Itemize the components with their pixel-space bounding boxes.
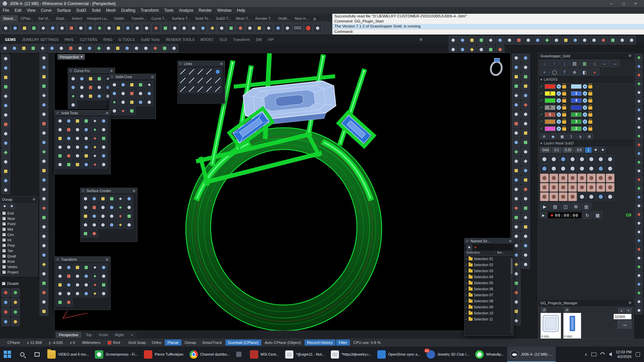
lock-icon[interactable] <box>562 99 566 103</box>
osnap-option[interactable]: Knot <box>0 259 37 264</box>
wifi-icon[interactable] <box>599 351 605 357</box>
tool-icon[interactable] <box>635 237 643 245</box>
project-number-input[interactable] <box>613 314 632 319</box>
osnap-option[interactable]: Tan <box>0 248 37 253</box>
tool-icon[interactable] <box>635 263 643 271</box>
tool-icon[interactable] <box>606 155 614 164</box>
menu-item[interactable]: Window <box>215 8 234 13</box>
eye-icon[interactable] <box>556 84 561 89</box>
tool-icon[interactable] <box>40 223 48 231</box>
cplane-button[interactable]: CPlane <box>4 341 24 345</box>
gem-thumbnail-1[interactable]: ↺ F-001 <box>540 313 561 339</box>
gem-thumbnail-2[interactable]: ↺ F-002 <box>563 313 581 339</box>
tool-icon[interactable] <box>73 281 82 289</box>
plugin-tab[interactable]: JEWELRY SETTINGS <box>19 38 61 42</box>
transform-palette[interactable]: Transform ⚙ <box>55 256 111 310</box>
tool-icon[interactable] <box>128 107 136 115</box>
visibility-icon[interactable]: 1 <box>567 133 575 139</box>
tool-icon[interactable] <box>132 44 141 53</box>
layer-color-swatch[interactable]: 2 <box>571 126 582 131</box>
taskbar-app[interactable]: OpenDrive sync a... <box>374 347 424 362</box>
layers-mask-header[interactable]: ▾ Layers Mask SubD <box>538 140 634 146</box>
tool-icon[interactable] <box>521 147 530 156</box>
tool-icon[interactable] <box>521 166 530 175</box>
gh-toolbar-icon[interactable]: ⊕ <box>570 68 579 76</box>
tool-icon[interactable] <box>40 185 48 194</box>
tool-icon[interactable] <box>40 279 48 288</box>
tool-icon[interactable] <box>116 203 124 212</box>
tool-icon[interactable] <box>40 298 48 306</box>
toolbar-tab[interactable]: Solid To... <box>193 15 214 21</box>
tool-icon[interactable] <box>521 138 530 147</box>
tool-icon[interactable] <box>236 24 245 33</box>
tool-icon[interactable] <box>82 195 90 203</box>
layer-color-swatch[interactable] <box>545 84 555 89</box>
tool-icon[interactable] <box>606 164 614 173</box>
check-icon[interactable] <box>540 98 544 103</box>
tool-icon[interactable] <box>123 24 132 33</box>
eye-icon[interactable] <box>556 126 561 131</box>
toolbar-tab[interactable]: Transfo... <box>129 15 149 21</box>
tool-icon[interactable] <box>512 54 521 62</box>
tool-icon[interactable] <box>56 161 64 169</box>
layer-color-swatch[interactable]: 1 <box>545 112 555 117</box>
tool-icon[interactable] <box>635 132 643 140</box>
tool-icon[interactable] <box>635 167 643 175</box>
eye-icon[interactable] <box>583 112 587 117</box>
tool-icon[interactable] <box>90 195 98 203</box>
tool-icon[interactable] <box>590 36 598 45</box>
tool-icon[interactable] <box>512 91 521 100</box>
selection-item[interactable]: Selection 06 <box>465 286 514 292</box>
tool-icon[interactable] <box>596 164 605 173</box>
gh-toolbar-icon[interactable]: ↕ <box>560 60 569 67</box>
status-toggle[interactable]: Auto CPlane (Object) <box>262 340 304 346</box>
tool-icon[interactable] <box>137 81 145 89</box>
toolbar-tab[interactable]: Curve T... <box>149 15 169 21</box>
tool-icon[interactable] <box>91 126 99 134</box>
gear-icon[interactable]: ⚙ <box>628 301 632 305</box>
tool-icon[interactable] <box>56 126 64 134</box>
tool-icon[interactable] <box>512 194 521 203</box>
tool-icon[interactable] <box>313 24 322 33</box>
tool-icon[interactable] <box>110 98 118 106</box>
tool-icon[interactable] <box>521 119 530 128</box>
tool-icon[interactable] <box>635 210 643 219</box>
command-history-panel[interactable]: Successfully read file "D:\JEWELRY CUSTO… <box>332 14 644 35</box>
tool-icon[interactable] <box>521 110 530 119</box>
lock-icon[interactable] <box>588 92 592 96</box>
selection-item[interactable]: Selection 03 <box>465 268 514 274</box>
status-toggle[interactable]: Ortho <box>149 340 164 346</box>
tool-icon[interactable] <box>521 54 530 62</box>
lock-icon[interactable] <box>562 127 566 131</box>
tool-icon[interactable] <box>100 263 108 272</box>
layer-color-swatch[interactable]: 1 <box>571 91 582 96</box>
selection-item[interactable]: Selection 08 <box>465 298 514 304</box>
tool-icon[interactable] <box>110 81 118 89</box>
menu-item[interactable]: Solid <box>89 8 103 13</box>
checkbox[interactable] <box>2 249 6 252</box>
taskbar-app[interactable]: 22 Jewelry 3D Club I... <box>424 347 472 362</box>
taskbar-app[interactable] <box>233 347 247 362</box>
tool-icon[interactable] <box>29 44 38 53</box>
tool-icon[interactable] <box>512 166 521 175</box>
menu-item[interactable]: Mesh <box>103 8 118 13</box>
tool-icon[interactable] <box>521 129 530 137</box>
tool-icon[interactable] <box>91 161 99 169</box>
gear-icon[interactable]: ⚙ <box>106 111 109 115</box>
tool-icon[interactable] <box>568 183 577 192</box>
close-button[interactable]: × <box>630 1 641 6</box>
tool-icon[interactable] <box>599 36 608 45</box>
taskbar-app[interactable]: *@sigm11 - Not... <box>282 347 328 362</box>
menu-item[interactable]: Analyze <box>176 8 196 13</box>
tool-icon[interactable] <box>123 44 131 53</box>
tool-icon[interactable] <box>11 298 20 307</box>
osnap-option[interactable]: Int <box>0 237 37 243</box>
animation-icon[interactable]: ⊞ <box>571 203 581 210</box>
tool-icon[interactable] <box>170 24 179 33</box>
tool-icon[interactable] <box>217 24 226 33</box>
tool-icon[interactable] <box>521 241 530 250</box>
tool-icon[interactable] <box>635 54 643 62</box>
layer-color-swatch[interactable]: 4 <box>571 98 582 103</box>
tool-icon[interactable] <box>1 167 10 176</box>
tool-icon[interactable] <box>87 83 95 92</box>
